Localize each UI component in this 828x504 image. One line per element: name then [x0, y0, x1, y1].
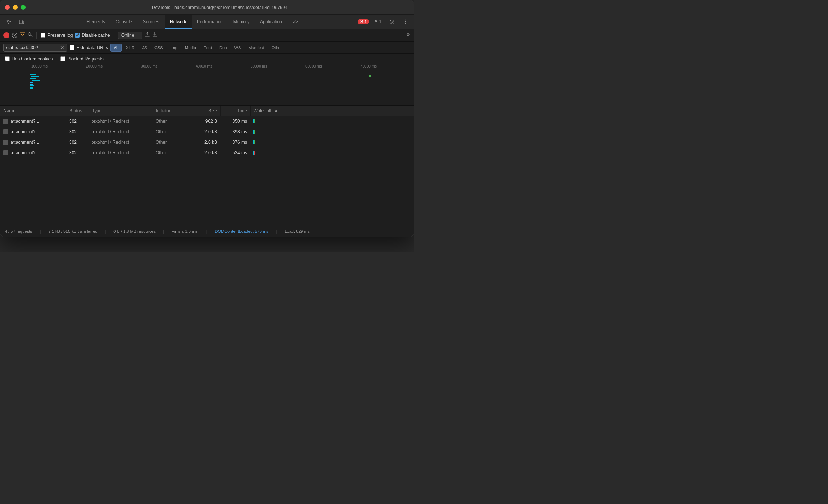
filter-css-button[interactable]: CSS: [151, 44, 166, 52]
preserve-log-checkbox[interactable]: Preserve log: [41, 33, 73, 38]
cell-waterfall-0: [250, 116, 414, 127]
close-button[interactable]: [5, 5, 10, 10]
filter-input-wrap: ✕: [3, 44, 67, 52]
timeline-label-3: 40000 ms: [194, 64, 249, 71]
status-separator-1: |: [40, 229, 41, 234]
timeline-label-6: 70000 ms: [359, 64, 414, 71]
col-header-status[interactable]: Status: [66, 106, 89, 116]
device-toolbar-icon[interactable]: [16, 17, 27, 27]
col-header-name[interactable]: Name: [0, 106, 66, 116]
status-separator-2: |: [105, 229, 106, 234]
table-row[interactable]: attachment?... 302 text/html / Redirect …: [0, 148, 414, 158]
tab-sources[interactable]: Sources: [137, 15, 165, 29]
file-icon: [3, 150, 8, 155]
filter-img-button[interactable]: Img: [167, 44, 181, 52]
tab-console[interactable]: Console: [110, 15, 137, 29]
minimize-button[interactable]: [13, 5, 18, 10]
empty-space: [0, 158, 414, 226]
status-bar: 4 / 57 requests | 7.1 kB / 515 kB transf…: [0, 226, 414, 237]
throttle-select[interactable]: Online: [118, 32, 142, 39]
table-row[interactable]: attachment?... 302 text/html / Redirect …: [0, 116, 414, 127]
file-icon: [3, 140, 8, 145]
maximize-button[interactable]: [21, 5, 26, 10]
table-row[interactable]: attachment?... 302 text/html / Redirect …: [0, 137, 414, 148]
timeline-labels: 10000 ms 20000 ms 30000 ms 40000 ms 5000…: [0, 64, 414, 71]
disable-cache-checkbox[interactable]: Disable cache: [75, 33, 110, 38]
filter-media-button[interactable]: Media: [181, 44, 199, 52]
tab-elements[interactable]: Elements: [81, 15, 110, 29]
col-header-size[interactable]: Size: [190, 106, 220, 116]
filter-manifest-button[interactable]: Manifest: [245, 44, 267, 52]
upload-icon[interactable]: [145, 32, 150, 38]
filter-doc-button[interactable]: Doc: [216, 44, 230, 52]
filter-icon[interactable]: [20, 32, 25, 38]
table-row[interactable]: attachment?... 302 text/html / Redirect …: [0, 127, 414, 137]
cell-name-2: attachment?...: [0, 137, 66, 148]
tab-performance[interactable]: Performance: [192, 15, 228, 29]
svg-rect-18: [30, 85, 34, 86]
filter-js-button[interactable]: JS: [139, 44, 150, 52]
status-finish: Finish: 1.0 min: [172, 229, 199, 234]
devtools-tab-bar: Elements Console Sources Network Perform…: [0, 15, 414, 29]
error-badge[interactable]: ✕ 1: [358, 19, 369, 24]
svg-rect-0: [19, 20, 22, 24]
timeline-label-5: 60000 ms: [304, 64, 359, 71]
col-header-time[interactable]: Time: [220, 106, 250, 116]
inspect-icon[interactable]: [3, 17, 14, 27]
warning-badge[interactable]: ⚑ 1: [372, 19, 384, 24]
cell-type-1: text/html / Redirect: [89, 127, 153, 137]
cell-time-1: 398 ms: [220, 127, 250, 137]
clear-button[interactable]: [12, 32, 18, 38]
tab-memory[interactable]: Memory: [228, 15, 255, 29]
table-header-row: Name Status Type Initiator Size: [0, 106, 414, 116]
filter-xhr-button[interactable]: XHR: [122, 44, 138, 52]
blocked-requests-checkbox[interactable]: Blocked Requests: [60, 56, 104, 62]
col-header-type[interactable]: Type: [89, 106, 153, 116]
waterfall-bar-2: [253, 139, 411, 145]
waterfall-red-3: [254, 151, 255, 155]
status-requests: 4 / 57 requests: [5, 229, 32, 234]
blocked-cookies-checkbox[interactable]: Has blocked cookies: [5, 56, 53, 62]
clear-filter-icon[interactable]: ✕: [60, 45, 65, 51]
record-button[interactable]: [3, 32, 9, 38]
tab-application[interactable]: Application: [255, 15, 287, 29]
timeline-label-1: 20000 ms: [85, 64, 139, 71]
cell-initiator-2: Other: [153, 137, 190, 148]
svg-point-2: [391, 21, 393, 23]
cell-status-2: 302: [66, 137, 89, 148]
filter-other-button[interactable]: Other: [268, 44, 286, 52]
network-toolbar: Preserve log Disable cache Online: [0, 29, 414, 42]
search-icon[interactable]: [27, 32, 33, 38]
col-header-initiator[interactable]: Initiator: [153, 106, 190, 116]
tab-more[interactable]: >>: [287, 15, 303, 29]
cell-initiator-3: Other: [153, 148, 190, 158]
cell-initiator-0: Other: [153, 116, 190, 127]
tab-network[interactable]: Network: [165, 15, 192, 29]
window-controls: [5, 5, 26, 10]
filter-all-button[interactable]: All: [110, 44, 122, 52]
filter-ws-button[interactable]: WS: [231, 44, 245, 52]
cell-name-1: attachment?...: [0, 127, 66, 137]
timeline[interactable]: 10000 ms 20000 ms 30000 ms 40000 ms 5000…: [0, 64, 414, 106]
svg-rect-14: [30, 78, 36, 79]
svg-rect-21: [369, 75, 371, 77]
devtools-menu-icon[interactable]: [400, 17, 411, 27]
filter-input[interactable]: [6, 45, 59, 50]
network-table: Name Status Type Initiator Size: [0, 106, 414, 226]
download-icon[interactable]: [152, 32, 157, 38]
waterfall-green-1: [254, 130, 255, 134]
window-title: DevTools - bugs.chromium.org/p/chromium/…: [30, 5, 409, 10]
throttle-wrap: Online: [118, 32, 142, 39]
devtools-settings-icon[interactable]: [387, 17, 397, 27]
hide-data-urls-checkbox[interactable]: Hide data URLs: [70, 45, 108, 50]
svg-point-11: [407, 34, 409, 36]
network-settings-icon[interactable]: [405, 32, 411, 38]
timeline-label-4: 50000 ms: [249, 64, 304, 71]
cell-time-0: 350 ms: [220, 116, 250, 127]
svg-point-5: [405, 23, 406, 24]
svg-rect-15: [32, 80, 40, 81]
status-load: Load: 629 ms: [284, 229, 310, 234]
filter-font-button[interactable]: Font: [200, 44, 215, 52]
col-header-waterfall[interactable]: Waterfall ▲: [250, 106, 414, 116]
status-transferred: 7.1 kB / 515 kB transferred: [48, 229, 98, 234]
